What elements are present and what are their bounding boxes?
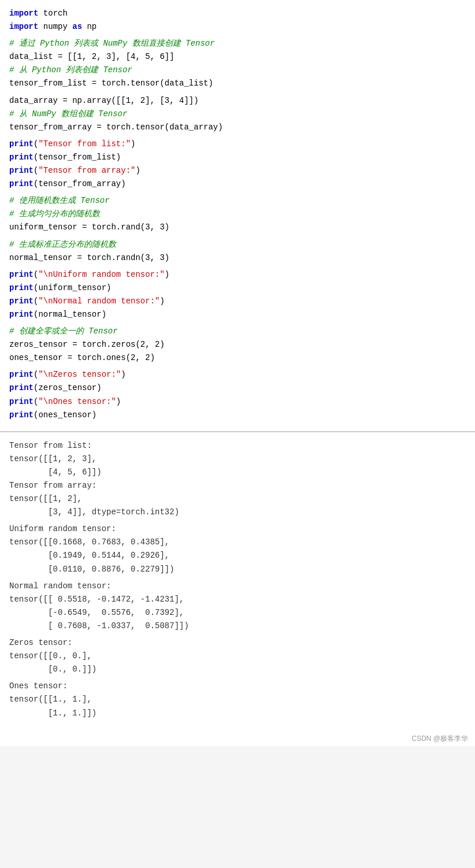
code-line: tensor_from_array = torch.tensor(data_ar… — [9, 121, 466, 134]
code-line: print("\nNormal random tensor:") — [9, 295, 466, 308]
code-line: print(tensor_from_array) — [9, 177, 466, 191]
output-line: Ones tensor: — [9, 680, 466, 693]
output-line: Normal random tensor: — [9, 580, 466, 593]
code-line: ones_tensor = torch.ones(2, 2) — [9, 351, 466, 365]
code-line: # 创建全零或全一的 Tensor — [9, 325, 466, 338]
code-line: # 生成均匀分布的随机数 — [9, 207, 466, 221]
output-line: [0.1949, 0.5144, 0.2926], — [9, 549, 466, 562]
output-line: Zeros tensor: — [9, 636, 466, 650]
code-line: print("\nUniform random tensor:") — [9, 268, 466, 281]
code-line: tensor_from_list = torch.tensor(data_lis… — [9, 77, 466, 90]
output-line: [0.0110, 0.8876, 0.2279]]) — [9, 563, 466, 576]
output-line: [3, 4]], dtype=torch.int32) — [9, 506, 466, 519]
output-line: [1., 1.]]) — [9, 707, 466, 720]
code-line: print("\nOnes tensor:") — [9, 395, 466, 409]
output-line: tensor([[1, 2, 3], — [9, 452, 466, 466]
output-section: Tensor from list:tensor([[1, 2, 3], [4, … — [0, 432, 475, 729]
output-line: [4, 5, 6]]) — [9, 466, 466, 479]
output-line: tensor([[ 0.5518, -0.1472, -1.4231], — [9, 593, 466, 606]
code-line: print(normal_tensor) — [9, 308, 466, 321]
code-line: # 通过 Python 列表或 NumPy 数组直接创建 Tensor — [9, 37, 466, 50]
code-line: print("\nZeros tensor:") — [9, 368, 466, 381]
code-line: data_list = [[1, 2, 3], [4, 5, 6]] — [9, 50, 466, 64]
output-line: tensor([[1., 1.], — [9, 693, 466, 706]
code-line: import numpy as np — [9, 20, 466, 34]
watermark: CSDN @极客李华 — [0, 729, 475, 746]
output-line: Tensor from list: — [9, 439, 466, 452]
code-line: print(ones_tensor) — [9, 409, 466, 422]
output-line: tensor([[0.1668, 0.7683, 0.4385], — [9, 536, 466, 549]
code-line: zeros_tensor = torch.zeros(2, 2) — [9, 338, 466, 351]
code-section: import torchimport numpy as np# 通过 Pytho… — [0, 0, 475, 432]
page-container: import torchimport numpy as np# 通过 Pytho… — [0, 0, 475, 746]
code-line: # 从 NumPy 数组创建 Tensor — [9, 107, 466, 121]
output-line: tensor([[1, 2], — [9, 492, 466, 506]
code-line: print("Tensor from array:") — [9, 164, 466, 177]
output-line: Tensor from array: — [9, 479, 466, 492]
output-line: Uniform random tensor: — [9, 522, 466, 536]
code-line: normal_tensor = torch.randn(3, 3) — [9, 251, 466, 265]
output-line: [0., 0.]]) — [9, 663, 466, 676]
code-line: print(tensor_from_list) — [9, 151, 466, 164]
code-line: uniform_tensor = torch.rand(3, 3) — [9, 221, 466, 234]
code-line: print(zeros_tensor) — [9, 381, 466, 395]
output-line: [ 0.7608, -1.0337, 0.5087]]) — [9, 620, 466, 633]
output-line: [-0.6549, 0.5576, 0.7392], — [9, 606, 466, 620]
code-line: data_array = np.array([[1, 2], [3, 4]]) — [9, 94, 466, 107]
code-line: print(uniform_tensor) — [9, 281, 466, 295]
code-line: import torch — [9, 7, 466, 20]
code-line: print("Tensor from list:") — [9, 138, 466, 151]
code-line: # 从 Python 列表创建 Tensor — [9, 64, 466, 77]
code-line: # 使用随机数生成 Tensor — [9, 194, 466, 207]
output-line: tensor([[0., 0.], — [9, 650, 466, 663]
code-line: # 生成标准正态分布的随机数 — [9, 238, 466, 251]
